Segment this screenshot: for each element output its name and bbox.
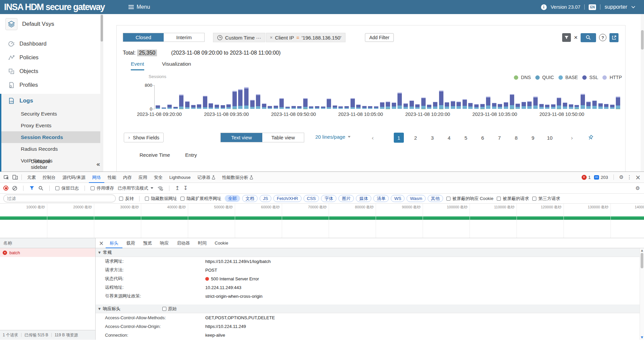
chart-bar[interactable] [480,104,485,109]
network-conditions-icon[interactable] [157,185,163,191]
inspect-element-icon[interactable] [2,173,11,181]
page-button-4[interactable]: 4 [444,133,454,143]
page-button-3[interactable]: 3 [427,133,437,143]
chart-bar[interactable] [421,97,426,109]
chart-bar[interactable] [179,94,183,109]
details-tab-预览[interactable]: 预览 [139,238,156,248]
response-headers-section-header[interactable]: ▼ 响应标头 原始 [96,304,644,313]
page-button-10[interactable]: 10 [545,133,555,143]
devtools-tab-8[interactable]: Lighthouse [166,172,194,183]
page-button-8[interactable]: 8 [511,133,521,143]
type-pill-WS[interactable]: WS [391,195,405,202]
chart-bar[interactable] [533,96,538,109]
chart-bar[interactable] [197,104,201,109]
type-pill-其他[interactable]: 其他 [428,195,443,202]
chart-bar[interactable] [557,97,561,109]
network-settings-icon[interactable]: ⚙ [636,185,640,191]
sidebar-item-policies[interactable]: Policies [0,51,103,64]
next-page-button[interactable]: › [567,134,577,141]
prev-page-button[interactable]: ‹ [368,134,378,141]
chart-bar[interactable] [527,101,532,109]
chart-bar[interactable] [315,106,319,109]
chart-bar[interactable] [474,104,479,109]
close-details-icon[interactable]: × [97,240,106,247]
network-filter-input[interactable] [3,195,116,202]
chart-bar[interactable] [215,105,219,109]
chart-bar[interactable] [397,92,402,109]
record-network-icon[interactable] [3,186,8,191]
chart-bar[interactable] [297,106,302,109]
chart-bar[interactable] [451,101,455,109]
details-scrollbar[interactable]: ▲ ▼ [640,248,644,340]
chart-bar[interactable] [563,103,567,109]
state-interim-button[interactable]: Interim [164,33,204,42]
type-pill-媒体[interactable]: 媒体 [356,195,371,202]
network-overview-timeline[interactable]: 10000 毫秒20000 毫秒30000 毫秒40000 毫秒50000 毫秒… [0,204,644,238]
chart-bar[interactable] [457,101,461,109]
scroll-down-icon[interactable]: ▼ [640,336,644,339]
chart-bar[interactable] [250,100,255,109]
user-menu[interactable]: supporter [604,4,627,10]
chevron-down-icon[interactable] [631,6,635,8]
chart-bar[interactable] [185,101,190,109]
details-tab-响应[interactable]: 响应 [156,238,173,248]
legend-item-ssl[interactable]: SSL [582,75,598,80]
search-button[interactable] [581,33,596,42]
console-message-badge[interactable]: 203 [594,175,608,180]
legend-item-base[interactable]: BASE [558,75,578,80]
type-pill-图片[interactable]: 图片 [338,195,354,202]
chart-bar[interactable] [209,103,213,109]
chart-bar[interactable] [545,105,549,109]
help-icon[interactable]: ? [599,34,606,41]
chart-bar[interactable] [415,104,420,109]
blocked-requests-checkbox[interactable]: 被屏蔽的请求 [497,196,529,202]
filter-funnel-button[interactable] [562,33,571,42]
chart-bar[interactable] [551,104,555,109]
scroll-up-icon[interactable]: ▲ [640,249,644,252]
state-closed-button[interactable]: Closed [123,33,164,42]
sidebar-scrollbar[interactable] [100,14,103,172]
chart-bar[interactable] [575,105,579,109]
scrollbar-thumb[interactable] [641,253,643,268]
table-view-button[interactable]: Table view [262,133,304,142]
request-row-batch[interactable]: ✕ batch [0,248,95,257]
chart-bar[interactable] [498,104,502,109]
raw-headers-checkbox[interactable]: 原始 [162,306,177,312]
chart-bar[interactable] [356,105,361,109]
chart-bar[interactable] [445,102,449,109]
chart-bar[interactable] [173,107,178,109]
devtools-menu-icon[interactable]: ⋮ [627,174,632,180]
page-button-5[interactable]: 5 [461,133,471,143]
devtools-tab-7[interactable]: 安全 [151,172,166,183]
type-pill-全部[interactable]: 全部 [225,195,240,202]
chart-bar[interactable] [368,106,372,109]
chart-bar[interactable] [516,104,520,109]
chart-bar[interactable] [380,102,384,109]
import-har-icon[interactable]: ↥ [175,185,179,191]
devtools-close-icon[interactable]: × [635,174,641,180]
info-icon[interactable]: i [541,4,547,10]
details-tab-启动器[interactable]: 启动器 [173,238,194,248]
chart-bar[interactable] [232,91,237,109]
chart-bar[interactable] [439,90,443,109]
chart-bar[interactable] [321,107,325,109]
chart-bar[interactable] [604,104,608,109]
sidebar-item-radius-records[interactable]: Radius Records [1,143,100,155]
chart-bar[interactable] [303,98,308,109]
chart-bar[interactable] [167,105,172,109]
chart-bar[interactable] [592,100,597,109]
chart-bar[interactable] [610,105,614,109]
type-pill-文档[interactable]: 文档 [242,195,258,202]
chart-bar[interactable] [221,105,225,109]
sidebar-item-objects[interactable]: Objects [0,64,103,78]
chart-bar[interactable] [392,103,396,109]
devtools-tab-5[interactable]: 内存 [120,172,135,183]
chart-bar[interactable] [586,101,591,109]
chart-bar[interactable] [156,105,160,109]
content-scrollbar[interactable] [641,14,644,172]
chart-bar[interactable] [274,106,278,109]
chart-bar[interactable] [162,108,166,109]
chart-bar[interactable] [522,102,526,109]
sidebar-item-session-records[interactable]: Session Records [1,131,100,143]
page-button-9[interactable]: 9 [528,133,538,143]
